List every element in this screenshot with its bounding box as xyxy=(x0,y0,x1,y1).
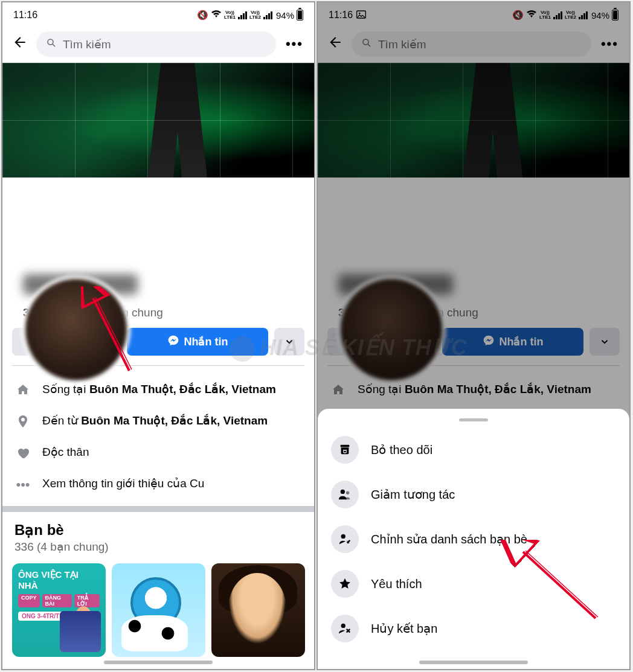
wifi-icon xyxy=(211,9,222,21)
gesture-bar[interactable] xyxy=(104,661,213,664)
cover-photo[interactable] xyxy=(2,63,314,178)
cover-photo[interactable] xyxy=(318,63,629,178)
status-bar: 11:16 🔇 Vo)) LTE1 Vo)) LTE2 94% xyxy=(2,2,314,28)
sheet-unfollow[interactable]: Bỏ theo dõi xyxy=(318,427,629,472)
star-icon xyxy=(331,570,359,598)
friends-section-header[interactable]: Bạn bè 336 (4 bạn chung) xyxy=(2,512,314,555)
more-button[interactable]: ••• xyxy=(282,36,307,52)
friend-tile-3[interactable] xyxy=(211,563,305,657)
gesture-bar[interactable] xyxy=(419,661,528,664)
friends-subtitle: 336 (4 bạn chung) xyxy=(14,540,302,554)
chevron-down-icon xyxy=(599,336,610,347)
friends-title: Bạn bè xyxy=(14,522,302,539)
take-break-icon xyxy=(331,481,359,508)
sheet-take-break[interactable]: Giảm tương tác xyxy=(318,472,629,517)
svg-point-0 xyxy=(48,39,53,45)
signal-bars-2 xyxy=(263,11,272,19)
lte2-label: LTE2 xyxy=(249,15,261,20)
sheet-edit-friend-list[interactable]: Chỉnh sửa danh sách bạn bè xyxy=(318,517,629,562)
profile-avatar[interactable] xyxy=(22,275,130,384)
sheet-handle[interactable] xyxy=(459,418,488,421)
battery-pct: 94% xyxy=(276,10,294,21)
svg-point-12 xyxy=(341,490,345,494)
mute-icon: 🔇 xyxy=(197,10,208,21)
signal-bars-1 xyxy=(238,11,247,19)
top-bar: Tìm kiếm ••• xyxy=(2,28,314,63)
friend-tile-1[interactable]: ÔNG VIỆC TẠI NHÀ COPY ĐĂNG BÀI TRẢ LỜI O… xyxy=(12,563,106,657)
heart-icon xyxy=(14,446,31,464)
sheet-favorite[interactable]: Yêu thích xyxy=(318,562,629,606)
svg-line-1 xyxy=(53,44,55,46)
status-time: 11:16 xyxy=(13,10,37,21)
friends-grid: ÔNG VIỆC TẠI NHÀ COPY ĐĂNG BÀI TRẢ LỜI O… xyxy=(2,555,314,657)
location-icon xyxy=(14,414,31,432)
unfollow-icon xyxy=(331,436,359,464)
friend-options-sheet: Bỏ theo dõi Giảm tương tác Chỉnh sửa dan… xyxy=(318,409,629,669)
friend-tile-2[interactable] xyxy=(112,563,205,657)
svg-point-14 xyxy=(341,534,345,539)
relationship-row[interactable]: Độc thân xyxy=(2,438,314,470)
svg-point-13 xyxy=(346,491,350,495)
messenger-icon xyxy=(167,334,179,350)
more-actions-button[interactable] xyxy=(274,328,304,356)
profile-header: 336 bạn bè • 4 bạn chung Bạn bè Nhắn tin xyxy=(318,178,629,446)
phone-left: 11:16 🔇 Vo)) LTE1 Vo)) LTE2 94% xyxy=(1,1,315,670)
back-button[interactable] xyxy=(10,34,30,54)
phone-right: 11:16 🔇 Vo)) LTE1 Vo)) LTE2 94% xyxy=(316,1,631,670)
home-icon xyxy=(330,383,347,401)
more-actions-button[interactable] xyxy=(590,328,620,356)
sheet-unfriend[interactable]: Hủy kết bạn xyxy=(318,606,629,651)
battery-icon xyxy=(297,10,303,21)
profile-avatar[interactable] xyxy=(337,275,446,384)
lte1-label: LTE1 xyxy=(224,15,236,20)
svg-rect-10 xyxy=(341,445,350,447)
message-button[interactable]: Nhắn tin xyxy=(442,328,583,356)
home-icon xyxy=(14,383,31,401)
section-divider xyxy=(2,506,314,512)
unfriend-icon xyxy=(331,615,359,642)
svg-point-15 xyxy=(341,624,345,628)
message-button[interactable]: Nhắn tin xyxy=(127,328,268,356)
search-field[interactable]: Tìm kiếm xyxy=(36,31,276,57)
lives-in-row[interactable]: Sống tại Buôn Ma Thuột, Đắc Lắk, Vietnam xyxy=(318,376,629,407)
chevron-down-icon xyxy=(284,336,295,347)
profile-header: 336 bạn bè • 4 bạn chung Bạn bè Nhắn tin xyxy=(2,178,314,657)
edit-list-icon xyxy=(331,525,359,553)
about-list: Sống tại Buôn Ma Thuột, Đắc Lắk, Vietnam… xyxy=(2,372,314,506)
from-row[interactable]: Đến từ Buôn Ma Thuột, Đắc Lắk, Vietnam xyxy=(2,407,314,438)
ellipsis-icon: ••• xyxy=(14,477,31,493)
see-about-row[interactable]: ••• Xem thông tin giới thiệu của Cu xyxy=(2,470,314,499)
search-placeholder: Tìm kiếm xyxy=(63,37,111,51)
search-icon xyxy=(46,37,57,51)
battery-icon xyxy=(612,10,619,21)
messenger-icon xyxy=(483,334,495,350)
lives-in-row[interactable]: Sống tại Buôn Ma Thuột, Đắc Lắk, Vietnam xyxy=(2,376,314,407)
